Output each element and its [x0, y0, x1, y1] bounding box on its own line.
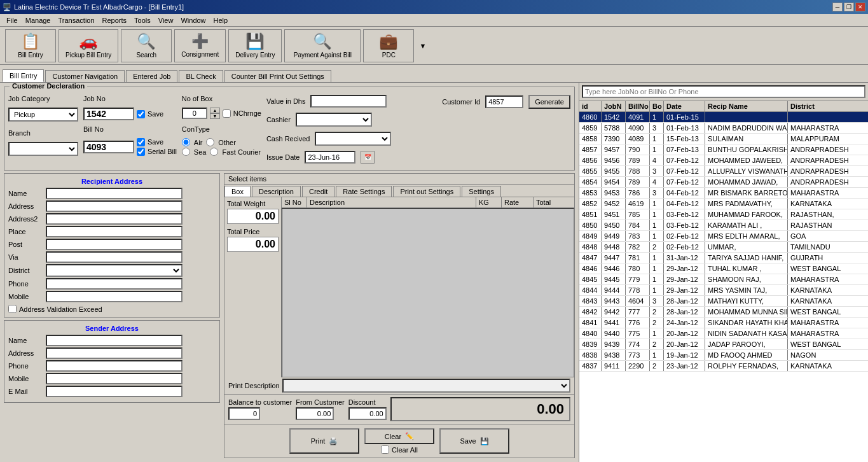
recipient-via-input[interactable] — [46, 251, 183, 263]
table-row[interactable]: 4857 9457 790 1 07-Feb-13 BUNTHU GOPALAK… — [579, 144, 868, 155]
menu-file[interactable]: File — [3, 15, 22, 25]
sender-mobile-input[interactable] — [46, 373, 183, 384]
close-button[interactable]: ✕ — [855, 3, 865, 11]
print-description-select[interactable] — [282, 379, 570, 393]
save-button[interactable]: Save 💾 — [439, 428, 509, 454]
minimize-button[interactable]: ─ — [832, 3, 843, 11]
recipient-address2-input[interactable] — [46, 213, 183, 225]
bill-entry-button[interactable]: 📋 Bill Entry — [5, 29, 56, 62]
recipient-phone-input[interactable] — [46, 278, 183, 290]
tab-print-settings[interactable]: Print out Settings — [393, 186, 460, 197]
sender-phone-input[interactable] — [46, 360, 183, 372]
fast-courier-radio[interactable] — [210, 148, 218, 156]
menu-manage[interactable]: Manage — [22, 15, 55, 25]
clear-button[interactable]: Clear ✏️ — [364, 428, 434, 444]
discount-input[interactable] — [348, 407, 387, 420]
pdc-dropdown[interactable]: ▼ — [419, 42, 426, 50]
table-row[interactable]: 4854 9454 789 4 07-Feb-12 MOHAMMAD JAWAD… — [579, 177, 868, 188]
tab-credit[interactable]: Credit — [302, 186, 334, 197]
table-row[interactable]: 4848 9448 782 2 02-Feb-12 UMMAR, TAMILNA… — [579, 242, 868, 253]
menu-transaction[interactable]: Transaction — [55, 15, 99, 25]
job-category-select[interactable]: Pickup — [8, 108, 78, 122]
restore-button[interactable]: ❐ — [844, 3, 854, 11]
payment-bill-button[interactable]: 🔍 Payment Against Bill — [284, 29, 361, 62]
table-row[interactable]: 4839 9439 774 2 20-Jan-12 JADAP PAROOYI,… — [579, 339, 868, 350]
no-of-box-input[interactable] — [182, 108, 207, 119]
sea-radio[interactable] — [182, 148, 190, 156]
table-row[interactable]: 4855 9455 788 3 07-Feb-12 ALLUPALLY VISW… — [579, 166, 868, 177]
table-row[interactable]: 4859 5788 4090 3 01-Feb-13 NADIM BADRUDD… — [579, 123, 868, 134]
table-row[interactable]: 4853 9453 786 3 04-Feb-12 MR BISMARK BAR… — [579, 188, 868, 199]
table-row[interactable]: 4850 9450 784 1 03-Feb-12 KARAMATH ALI ,… — [579, 220, 868, 231]
table-row[interactable]: 4841 9441 776 2 24-Jan-12 SIKANDAR HAYAT… — [579, 318, 868, 328]
bill-no-input[interactable] — [83, 141, 134, 153]
table-row[interactable]: 4847 9447 781 1 31-Jan-12 TARIYA SAJJAD … — [579, 253, 868, 263]
no-of-box-up[interactable]: ▲ — [210, 108, 220, 113]
air-radio[interactable] — [182, 138, 190, 146]
save-checkbox[interactable] — [137, 110, 145, 118]
menu-window[interactable]: Window — [177, 15, 209, 25]
value-dhs-input[interactable] — [310, 95, 387, 108]
balance-input[interactable] — [228, 407, 260, 420]
tab-description[interactable]: Description — [252, 186, 301, 197]
from-customer-input[interactable] — [296, 407, 334, 420]
menu-reports[interactable]: Reports — [99, 15, 131, 25]
consignment-button[interactable]: ➕ Consignment — [174, 29, 226, 62]
tab-bill-entry[interactable]: Bill Entry — [3, 69, 44, 82]
delivery-entry-button[interactable]: 💾 Delivery Entry — [228, 29, 282, 62]
save-checkbox2[interactable] — [137, 138, 145, 146]
sender-address-input[interactable] — [46, 347, 183, 359]
search-button[interactable]: 🔍 Search — [121, 29, 172, 62]
tab-settings[interactable]: Settings — [462, 186, 501, 197]
tab-bl-check[interactable]: BL Check — [179, 70, 223, 82]
recipient-address-input[interactable] — [46, 200, 183, 212]
menu-tools[interactable]: Tools — [130, 15, 155, 25]
table-row[interactable]: 4845 9445 779 1 29-Jan-12 SHAMOON RAJ, M… — [579, 274, 868, 285]
address-validation-checkbox[interactable] — [8, 305, 17, 313]
table-row[interactable]: 4852 9452 4619 1 04-Feb-12 MRS PADMAVATH… — [579, 199, 868, 209]
table-row[interactable]: 4844 9444 778 1 29-Jan-12 MRS YASMIN TAJ… — [579, 285, 868, 296]
recipient-post-input[interactable] — [46, 239, 183, 250]
menu-view[interactable]: View — [155, 15, 177, 25]
table-row[interactable]: 4840 9440 775 1 20-Jan-12 NIDIN SADANATH… — [579, 328, 868, 339]
table-row[interactable]: 4849 9449 783 1 02-Feb-12 MRS EDLTH AMAR… — [579, 231, 868, 242]
cashier-select[interactable] — [296, 113, 372, 127]
table-row[interactable]: 4856 9456 789 4 07-Feb-12 MOHAMMED JAWEE… — [579, 155, 868, 166]
tab-rate-settings[interactable]: Rate Settings — [336, 186, 392, 197]
table-row[interactable]: 4858 7390 4089 1 15-Feb-13 SULAIMAN MALA… — [579, 134, 868, 144]
tab-entered-job[interactable]: Entered Job — [126, 70, 177, 82]
sender-email-input[interactable] — [46, 386, 183, 397]
other-radio[interactable] — [206, 138, 214, 146]
table-row[interactable]: 4837 9411 2290 2 23-Jan-12 ROLPHY FERNAD… — [579, 361, 868, 372]
grid-search-input[interactable] — [582, 85, 865, 98]
tab-box[interactable]: Box — [224, 186, 251, 197]
menu-help[interactable]: Help — [210, 15, 232, 25]
sender-name-input[interactable] — [46, 335, 183, 346]
recipient-place-input[interactable] — [46, 226, 183, 237]
print-button[interactable]: Print 🖨️ — [289, 428, 359, 454]
recipient-district-select[interactable] — [46, 264, 183, 277]
pickup-bill-entry-button[interactable]: 🚗 Pickup Bill Entry — [59, 29, 118, 62]
table-row[interactable]: 4843 9443 4604 3 28-Jan-12 MATHAYI KUTTY… — [579, 296, 868, 307]
tab-counter-bill[interactable]: Counter Bill Print Out Settings — [224, 70, 331, 82]
table-row[interactable]: 4838 9438 773 1 19-Jan-12 MD FAOOQ AHMED… — [579, 350, 868, 361]
calendar-button[interactable]: 📅 — [361, 151, 375, 164]
tab-customer-navigation[interactable]: Customer Navigation — [45, 70, 125, 82]
table-row[interactable]: 4860 1542 4091 1 01-Feb-15 — [579, 112, 868, 123]
table-row[interactable]: 4851 9451 785 1 03-Feb-12 MUHAMMAD FAROO… — [579, 209, 868, 220]
table-row[interactable]: 4842 9442 777 2 28-Jan-12 MOHAMMAD MUNNA… — [579, 307, 868, 318]
grid-body[interactable]: 4860 1542 4091 1 01-Feb-15 4859 5788 409… — [579, 112, 868, 462]
branch-select[interactable] — [8, 142, 78, 156]
pdc-button[interactable]: 💼 PDC — [363, 29, 414, 62]
items-table-body[interactable] — [282, 208, 574, 377]
generate-button[interactable]: Generate — [528, 95, 570, 109]
recipient-name-input[interactable] — [46, 188, 183, 199]
recipient-mobile-input[interactable] — [46, 291, 183, 302]
job-no-input[interactable] — [83, 108, 134, 120]
ncharge-checkbox[interactable] — [223, 109, 231, 118]
cash-received-select[interactable] — [315, 132, 391, 146]
clear-all-checkbox[interactable] — [381, 445, 389, 454]
issue-date-input[interactable] — [305, 151, 355, 164]
customer-id-input[interactable] — [485, 95, 523, 108]
serial-bill-checkbox[interactable] — [137, 148, 145, 156]
